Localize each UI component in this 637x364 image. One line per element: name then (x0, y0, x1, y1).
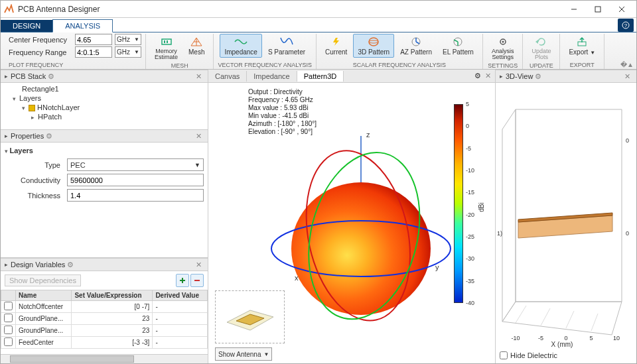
svg-text:?: ? (624, 23, 628, 29)
document-tabs: Canvas Impedance Pattern3D ⚙ ✕ (208, 70, 495, 83)
center-freq-label: Center Frequency (9, 36, 72, 44)
properties-header: ▸ Properties ⚙ ✕ (1, 129, 208, 143)
add-variable-button[interactable] (176, 274, 189, 287)
el-pattern-icon (451, 36, 465, 48)
pcb-stack-tree[interactable]: Rectangle1 ▾Layers ▾HNotchLayer ▸HPatch (1, 83, 208, 129)
center-freq-unit[interactable]: GHz▼ (115, 34, 141, 45)
properties-body: ▾ Layers Type PEC▼ Conductivity Thicknes… (1, 143, 208, 257)
thickness-input[interactable] (67, 189, 204, 202)
row-checkbox[interactable] (4, 302, 13, 310)
help-button[interactable]: ? (618, 19, 634, 32)
group-mesh: MESH (171, 62, 188, 70)
pattern3d-canvas[interactable]: Output : Directivity Frequency : 4.65 GH… (208, 83, 495, 363)
conductivity-input[interactable] (67, 174, 204, 186)
doc-gear-icon[interactable]: ⚙ (474, 72, 481, 80)
toolstrip-tabs: DESIGN ANALYSIS ? (1, 18, 636, 32)
table-row[interactable]: NotchOffcenter[0 -7]- (1, 301, 208, 313)
collapse-icon[interactable]: ▸ (5, 261, 8, 268)
horizontal-scrollbar[interactable] (1, 354, 208, 363)
s-parameter-button[interactable]: S Parameter (263, 34, 310, 58)
current-button[interactable]: Current (320, 34, 352, 58)
design-vars-table[interactable]: Name Set Value/Expression Derived Value … (1, 290, 208, 354)
type-select[interactable]: PEC▼ (67, 158, 204, 171)
svg-text:10: 10 (613, 335, 620, 341)
tab-analysis[interactable]: ANALYSIS (52, 19, 113, 32)
3d-pattern-icon (366, 36, 381, 48)
tree-node: ▾Layers (3, 93, 205, 103)
svg-marker-16 (535, 40, 538, 44)
hide-dielectric-label: Hide Dielectric (510, 351, 557, 359)
export-button[interactable]: Export ▼ (564, 34, 600, 58)
memory-estimate-button[interactable]: Memory Estimate (150, 34, 182, 62)
group-plot-frequency: PLOT FREQUENCY (9, 62, 63, 69)
pcb-stack-header: ▸ PCB Stack ⚙ ✕ (1, 70, 208, 83)
row-checkbox[interactable] (4, 326, 13, 334)
svg-text:-5: -5 (538, 335, 543, 341)
maximize-button[interactable] (586, 1, 610, 17)
svg-rect-1 (595, 7, 601, 12)
table-row[interactable]: GroundPlane...23- (1, 325, 208, 337)
panel-close-icon[interactable]: ✕ (194, 132, 204, 141)
memory-icon (159, 36, 174, 48)
svg-line-33 (566, 311, 574, 328)
impedance-button[interactable]: Impedance (220, 34, 261, 58)
hide-dielectric-checkbox[interactable] (500, 351, 508, 359)
svg-marker-9 (333, 38, 339, 46)
3d-pattern-button[interactable]: 3D Pattern (353, 34, 394, 58)
mesh-icon (189, 36, 204, 48)
panel-gear-icon[interactable]: ⚙ (533, 72, 543, 81)
svg-point-15 (502, 41, 504, 43)
tab-design[interactable]: DESIGN (1, 20, 52, 32)
toolstrip-expand-handle[interactable]: �▲ (620, 61, 634, 68)
table-row[interactable]: GroundPlane...23- (1, 313, 208, 325)
svg-line-32 (541, 308, 550, 326)
update-plots-button[interactable]: Update Plots (527, 34, 555, 62)
layer-color-icon (29, 105, 35, 111)
el-pattern-button[interactable]: EL Pattern (438, 34, 478, 58)
az-pattern-button[interactable]: AZ Pattern (395, 34, 437, 58)
show-antenna-dropdown[interactable]: Show Antenna▼ (215, 347, 272, 361)
freq-range-input[interactable] (75, 46, 112, 58)
analysis-settings-button[interactable]: Analysis Settings (487, 34, 519, 62)
table-row[interactable]: FeedCenter[-3 -3]- (1, 337, 208, 349)
panel-gear-icon[interactable]: ⚙ (65, 261, 76, 269)
current-icon (329, 36, 344, 48)
export-icon (575, 36, 589, 48)
row-checkbox[interactable] (4, 314, 13, 322)
mesh-button[interactable]: Mesh (184, 34, 209, 62)
minimize-button[interactable] (562, 1, 586, 17)
panel-close-icon[interactable]: ✕ (194, 72, 204, 81)
show-dependencies-button[interactable]: Show Dependencies (5, 274, 81, 286)
svg-text:5: 5 (589, 335, 593, 341)
tab-canvas[interactable]: Canvas (208, 71, 247, 82)
memory-label: Memory Estimate (155, 48, 178, 60)
remove-variable-button[interactable] (190, 274, 204, 287)
doc-close-icon[interactable]: ✕ (481, 72, 495, 80)
panel-close-icon[interactable]: ✕ (622, 72, 632, 81)
antenna-preview[interactable] (215, 290, 285, 343)
impedance-icon (234, 36, 248, 48)
matlab-logo-icon (3, 4, 14, 15)
group-settings: SETTINGS (488, 62, 518, 70)
svg-rect-8 (167, 40, 168, 43)
center-freq-input[interactable] (75, 34, 112, 45)
panel-gear-icon[interactable]: ⚙ (44, 132, 54, 141)
tab-pattern3d[interactable]: Pattern3D (297, 71, 344, 82)
svg-line-31 (516, 306, 526, 323)
freq-range-unit[interactable]: GHz▼ (115, 46, 141, 58)
collapse-icon[interactable]: ▸ (5, 73, 8, 80)
group-vfa: VECTOR FREQUENCY ANALYSIS (218, 62, 312, 69)
svg-text:1): 1) (497, 230, 502, 237)
tab-impedance[interactable]: Impedance (247, 71, 297, 82)
3d-view-canvas[interactable]: 0 0 1) -10-50510 X (mm) Hide Dielectric (496, 83, 636, 363)
close-button[interactable] (610, 1, 634, 17)
svg-point-11 (369, 40, 378, 43)
svg-text:X (mm): X (mm) (551, 341, 573, 348)
panel-close-icon[interactable]: ✕ (194, 261, 204, 269)
3d-view-header: ▸ 3D-View ⚙ ✕ (496, 70, 636, 83)
svg-text:z: z (366, 131, 370, 139)
row-checkbox[interactable] (4, 337, 13, 346)
collapse-icon[interactable]: ▸ (5, 133, 8, 139)
panel-gear-icon[interactable]: ⚙ (46, 72, 56, 81)
collapse-icon[interactable]: ▸ (500, 73, 503, 80)
